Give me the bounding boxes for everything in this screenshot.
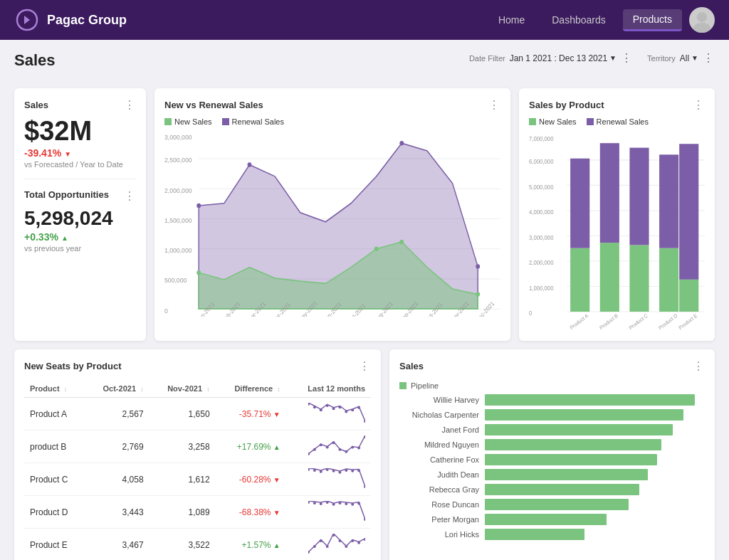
pipeline-row: Nicholas Carpenter <box>399 409 705 421</box>
svg-point-77 <box>320 470 322 473</box>
diff-arrow-icon <box>273 411 280 418</box>
svg-point-97 <box>320 539 322 542</box>
sbp-renewal-color-icon <box>587 118 594 125</box>
table-row: Product E 3,467 3,522 +1.57% <box>24 529 371 561</box>
pipeline-bar <box>485 484 639 495</box>
nvr-new-color-icon <box>164 118 172 125</box>
cell-oct: 4,058 <box>85 463 150 496</box>
cell-product: Product C <box>24 463 85 496</box>
pipeline-bar <box>485 409 683 421</box>
bar-product-b-renewal <box>600 143 619 243</box>
bar-product-e-new <box>679 280 698 312</box>
pipeline-row: Willie Harvey <box>399 394 705 406</box>
nvr-menu-icon[interactable]: ⋮ <box>488 98 500 112</box>
svg-text:500,000: 500,000 <box>164 277 187 285</box>
svg-point-98 <box>326 545 329 548</box>
diff-arrow-icon <box>273 542 280 549</box>
new-vs-renewal-card: New vs Renewal Sales ⋮ New Sales Renewal… <box>154 88 510 341</box>
svg-point-57 <box>320 408 322 411</box>
svg-text:4,000,000: 4,000,000 <box>529 209 554 216</box>
bar-product-a-new <box>570 248 589 312</box>
bar-product-d-new <box>659 248 678 312</box>
date-filter-value[interactable]: Jan 1 2021 : Dec 13 2021 ▼ <box>510 53 617 63</box>
svg-text:0: 0 <box>529 310 533 317</box>
nav-links: Home Dashboards Products <box>488 7 715 33</box>
svg-point-70 <box>338 448 341 451</box>
svg-text:Product E: Product E <box>678 312 698 331</box>
pipeline-row: Rebecca Gray <box>399 484 705 495</box>
svg-point-59 <box>332 407 335 410</box>
pipeline-menu-icon[interactable]: ⋮ <box>693 359 705 373</box>
sbp-menu-icon[interactable]: ⋮ <box>693 98 705 112</box>
navbar: Pagac Group Home Dashboards Products <box>0 0 729 40</box>
pipeline-row: Lori Hicks <box>399 529 705 540</box>
svg-point-29 <box>399 141 404 146</box>
sales-kpi-header: Sales ⋮ <box>24 98 136 112</box>
cell-product: Product A <box>24 398 85 430</box>
svg-text:2,500,000: 2,500,000 <box>164 157 192 164</box>
cell-sparkline <box>286 496 371 529</box>
ns-header: New Seats by Product ⋮ <box>24 359 371 373</box>
nav-home[interactable]: Home <box>488 10 535 30</box>
svg-point-68 <box>326 446 329 449</box>
total-opps-menu-icon[interactable]: ⋮ <box>124 189 136 203</box>
pipeline-rep-name: Catherine Fox <box>399 455 485 464</box>
col-product[interactable]: Product ↕ <box>24 379 85 398</box>
bar-product-b-new <box>600 243 619 312</box>
svg-point-62 <box>351 408 354 411</box>
svg-point-87 <box>320 502 322 505</box>
col-oct[interactable]: Oct-2021 ↕ <box>85 379 150 398</box>
pipeline-rep-name: Lori Hicks <box>399 530 485 539</box>
sales-kpi-menu-icon[interactable]: ⋮ <box>124 98 136 112</box>
pipeline-rep-name: Peter Morgan <box>399 515 485 524</box>
sbp-chart: 0 1,000,000 2,000,000 3,000,000 4,000,00… <box>529 132 705 331</box>
svg-point-91 <box>345 502 347 505</box>
sbp-renewal-label: Renewal Sales <box>597 117 649 126</box>
nvr-new-label: New Sales <box>174 117 212 126</box>
col-nov[interactable]: Nov-2021 ↕ <box>150 379 216 398</box>
filters-bar: Date Filter Jan 1 2021 : Dec 13 2021 ▼ ⋮… <box>469 51 715 65</box>
table-row: Product D 3,443 1,089 -68.38% <box>24 496 371 529</box>
pipeline-bar <box>485 424 673 435</box>
svg-point-90 <box>338 502 341 504</box>
cell-nov: 1,089 <box>150 496 216 529</box>
svg-text:5,000,000: 5,000,000 <box>529 184 554 190</box>
date-filter-menu-icon[interactable]: ⋮ <box>621 51 633 65</box>
pipeline-chart: Pipeline Willie Harvey Nicholas Carpente… <box>399 379 705 546</box>
col-diff[interactable]: Difference ↕ <box>216 379 286 398</box>
sales-change: -39.41% <box>24 147 136 159</box>
pipeline-rep-name: Janet Ford <box>399 426 485 434</box>
svg-point-89 <box>332 503 335 506</box>
cell-sparkline <box>286 430 371 463</box>
svg-point-88 <box>326 501 329 504</box>
svg-point-28 <box>248 162 252 167</box>
pipeline-bar <box>485 499 629 510</box>
pipeline-row: Catherine Fox <box>399 454 705 465</box>
svg-point-72 <box>351 446 354 449</box>
cell-product: Product E <box>24 529 85 561</box>
nav-products[interactable]: Products <box>623 9 682 31</box>
cell-oct: 2,567 <box>85 398 150 430</box>
date-filter-group: Date Filter Jan 1 2021 : Dec 13 2021 ▼ ⋮ <box>469 51 633 65</box>
ns-menu-icon[interactable]: ⋮ <box>359 359 371 373</box>
svg-text:7,000,000: 7,000,000 <box>529 136 554 142</box>
svg-point-92 <box>351 503 354 506</box>
bar-product-d-renewal <box>659 154 678 248</box>
territory-filter-value[interactable]: All ▼ <box>680 53 698 63</box>
pipeline-label: Pipeline <box>399 381 705 390</box>
svg-point-80 <box>338 471 341 474</box>
territory-filter-group: Territory All ▼ ⋮ <box>647 51 715 65</box>
avatar[interactable] <box>689 7 715 33</box>
nav-dashboards[interactable]: Dashboards <box>542 10 616 30</box>
territory-filter-menu-icon[interactable]: ⋮ <box>703 51 715 65</box>
nvr-legend-renewal: Renewal Sales <box>222 117 284 126</box>
pipeline-row: Janet Ford <box>399 424 705 435</box>
cell-oct: 3,467 <box>85 529 150 561</box>
total-opps-up-icon <box>61 231 68 243</box>
cell-product: product B <box>24 430 85 463</box>
pipeline-rep-name: Judith Dean <box>399 470 485 479</box>
svg-point-33 <box>399 240 404 245</box>
svg-point-0 <box>697 12 707 22</box>
sbp-title: Sales by Product <box>529 100 604 110</box>
col-last12: Last 12 months <box>286 379 371 398</box>
